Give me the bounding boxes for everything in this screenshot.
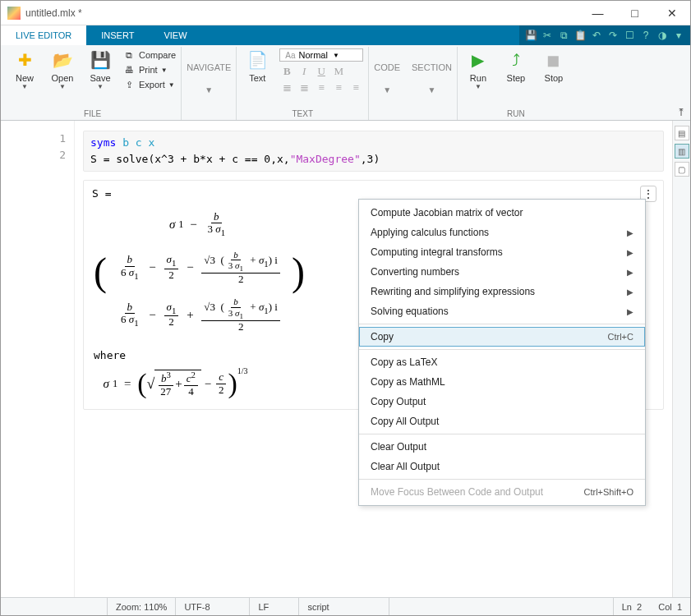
menu-clear-output[interactable]: Clear Output [359, 437, 645, 457]
chevron-down-icon: ▼ [97, 83, 104, 90]
menu-solving[interactable]: Solving equations▶ [359, 301, 645, 321]
format-row: B I U M [279, 65, 363, 78]
step-button[interactable]: ⤴Step [500, 48, 532, 108]
menu-clear-all-output[interactable]: Clear All Output [359, 457, 645, 476]
align-center-icon[interactable]: ≡ [331, 81, 346, 94]
group-text-label: TEXT [242, 108, 363, 120]
menu-move-focus-shortcut: Ctrl+Shift+O [583, 487, 633, 497]
number-list-icon[interactable]: ≣ [297, 81, 311, 94]
collapse-ribbon-icon[interactable]: ⤒ [677, 107, 685, 118]
text-button[interactable]: 📄 Text [242, 48, 273, 108]
menu-copy-shortcut: Ctrl+C [608, 332, 633, 342]
section-button[interactable]: SECTION▼ [412, 62, 452, 94]
save-button[interactable]: 💾 Save ▼ [85, 48, 116, 108]
ribbon: ✚ New ▼ 📂 Open ▼ 💾 Save ▼ ⧉Compare 🖶Prin… [1, 45, 690, 121]
menu-copy-all-output[interactable]: Copy All Output [359, 411, 645, 431]
export-label: Export [139, 80, 165, 90]
code-button[interactable]: CODE▼ [374, 62, 400, 94]
code-block[interactable]: syms b c x S = solve(x^3 + b*x + c == 0,… [83, 131, 664, 172]
navigate-label: NAVIGATE [187, 62, 231, 72]
menu-copy-output[interactable]: Copy Output [359, 392, 645, 411]
status-col-label: Col [658, 602, 672, 612]
context-menu: Compute Jacobian matrix of vector Applyi… [358, 199, 646, 506]
status-col-value: 1 [677, 602, 682, 612]
align-right-icon[interactable]: ≡ [348, 81, 363, 94]
align-left-icon[interactable]: ≡ [314, 81, 329, 94]
stop-button[interactable]: ◼Stop [538, 48, 569, 108]
chevron-down-icon: ▼ [161, 67, 168, 74]
save-icon[interactable]: 💾 [524, 29, 537, 42]
open-label: Open [52, 73, 74, 83]
run-icon: ▶ [467, 48, 490, 71]
run-label: Run [470, 73, 486, 83]
app-icon [7, 7, 21, 20]
redo-icon[interactable]: ↷ [606, 29, 620, 42]
menu-rewrite[interactable]: Rewriting and simplifying expressions▶ [359, 282, 645, 301]
line-gutter: 1 2 [1, 121, 75, 597]
paste-icon[interactable]: 📋 [574, 29, 587, 42]
chevron-down-icon: ▼ [383, 85, 391, 94]
editor-area[interactable]: syms b c x S = solve(x^3 + b*x + c == 0,… [75, 121, 672, 597]
tab-live-editor[interactable]: LIVE EDITOR [1, 25, 86, 45]
code-label: CODE [374, 62, 400, 72]
undo-icon[interactable]: ↶ [590, 29, 603, 42]
stop-label: Stop [545, 73, 564, 83]
list-align-row: ≣ ≣ ≡ ≡ ≡ [279, 81, 363, 94]
submenu-arrow-icon: ▶ [627, 307, 633, 316]
status-zoom[interactable]: Zoom: 110% [108, 598, 176, 615]
text-style-value: Normal [298, 50, 327, 60]
text-style-select[interactable]: AaNormal ▼ [279, 48, 363, 62]
menu-copy[interactable]: CopyCtrl+C [359, 327, 645, 347]
new-icon: ✚ [13, 48, 36, 71]
menu-convert[interactable]: Converting numbers▶ [359, 262, 645, 282]
output-hide-button[interactable]: ▢ [675, 162, 689, 177]
compare-label: Compare [139, 50, 176, 60]
help-icon[interactable]: ? [639, 29, 652, 42]
open-button[interactable]: 📂 Open ▼ [47, 48, 78, 108]
menu-calculus[interactable]: Applying calculus functions▶ [359, 223, 645, 242]
code-string: "MaxDegree" [290, 153, 361, 165]
tab-view[interactable]: VIEW [149, 25, 201, 45]
text-icon: 📄 [246, 48, 269, 71]
maximize-button[interactable]: □ [616, 1, 653, 25]
output-right-button[interactable]: ▥ [675, 144, 689, 159]
status-eol[interactable]: LF [250, 598, 299, 615]
switch-windows-icon[interactable]: ☐ [623, 29, 636, 42]
bold-button[interactable]: B [279, 65, 294, 78]
export-icon: ⇪ [122, 78, 136, 91]
status-type[interactable]: script [299, 598, 389, 615]
navigate-button[interactable]: NAVIGATE ▼ [187, 62, 231, 94]
compare-button[interactable]: ⧉Compare [122, 48, 176, 62]
section-label: SECTION [412, 62, 452, 72]
submenu-arrow-icon: ▶ [627, 228, 633, 237]
chevron-down-icon: ▼ [428, 85, 436, 94]
stop-icon: ◼ [542, 48, 565, 71]
options-icon[interactable]: ◑ [656, 29, 669, 42]
status-encoding[interactable]: UTF-8 [176, 598, 250, 615]
tab-insert[interactable]: INSERT [86, 25, 149, 45]
qat-dropdown-icon[interactable]: ▾ [672, 29, 685, 42]
export-button[interactable]: ⇪Export ▼ [122, 78, 176, 91]
step-icon: ⤴ [504, 48, 527, 71]
menu-copy-mathml[interactable]: Copy as MathML [359, 372, 645, 392]
status-ln-value: 2 [637, 602, 642, 612]
bullet-list-icon[interactable]: ≣ [279, 81, 294, 94]
underline-button[interactable]: U [314, 65, 329, 78]
monospace-button[interactable]: M [331, 65, 346, 78]
menu-jacobian[interactable]: Compute Jacobian matrix of vector [359, 203, 645, 223]
minimize-button[interactable]: — [579, 1, 616, 25]
output-inline-button[interactable]: ▤ [675, 126, 689, 140]
menu-integral[interactable]: Computing integral transforms▶ [359, 242, 645, 262]
menu-copy-latex[interactable]: Copy as LaTeX [359, 352, 645, 372]
new-label: New [16, 73, 34, 83]
new-button[interactable]: ✚ New ▼ [9, 48, 40, 108]
run-button[interactable]: ▶Run▼ [463, 48, 494, 108]
italic-button[interactable]: I [297, 65, 311, 78]
chevron-down-icon: ▼ [205, 85, 213, 94]
quick-access-toolbar: 💾 ✂ ⧉ 📋 ↶ ↷ ☐ ? ◑ ▾ [519, 25, 690, 45]
submenu-arrow-icon: ▶ [627, 248, 633, 257]
close-button[interactable]: ✕ [653, 1, 690, 25]
cut-icon[interactable]: ✂ [541, 29, 554, 42]
print-button[interactable]: 🖶Print ▼ [122, 63, 176, 76]
copy-icon[interactable]: ⧉ [557, 29, 570, 42]
